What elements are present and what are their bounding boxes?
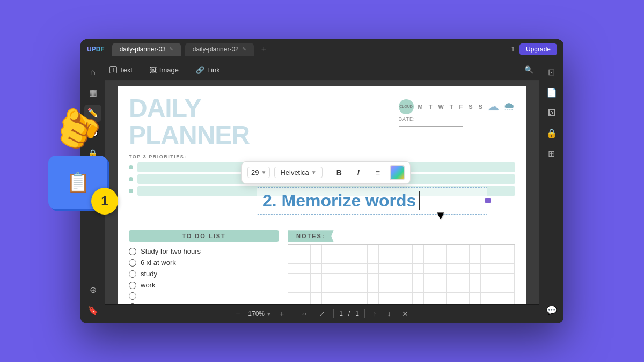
tab-label-2: daily-planner-02 — [193, 46, 239, 53]
notes-cell — [413, 283, 424, 293]
notes-cell — [470, 264, 481, 274]
notes-cell — [345, 293, 356, 302]
notes-cell — [345, 254, 356, 264]
canvas-wrapper[interactable]: 29 ▼ Helvetica ▼ B I ≡ — [105, 81, 539, 304]
todo-checkbox-6[interactable] — [129, 303, 136, 304]
notes-cell — [481, 293, 492, 302]
todo-item-2: 6 xi at work — [129, 258, 279, 267]
notes-cell — [288, 254, 299, 264]
notes-cell — [481, 274, 492, 283]
font-family-select[interactable]: Helvetica ▼ — [274, 167, 322, 178]
font-size-select[interactable]: 29 ▼ — [247, 167, 270, 178]
notes-cell — [435, 274, 447, 283]
notes-cell — [447, 264, 458, 274]
notebook-icon: 📋 — [66, 171, 90, 194]
italic-button[interactable]: I — [351, 165, 366, 180]
sidebar-home-icon[interactable]: ⌂ — [84, 64, 101, 81]
day-S: S — [469, 104, 473, 110]
notes-cell — [356, 283, 368, 293]
toolbar-text-tool[interactable]: T Text — [105, 64, 137, 76]
notes-cell — [390, 274, 401, 283]
notes-cell — [424, 264, 435, 274]
tab-edit-icon-1: ✎ — [169, 46, 173, 52]
notes-cell — [311, 254, 322, 264]
notes-cell — [333, 264, 345, 274]
toolbar-link-tool[interactable]: 🔗 Link — [192, 64, 224, 76]
todo-checkbox-4[interactable] — [129, 282, 136, 289]
tab-daily-planner-02[interactable]: daily-planner-02 ✎ — [185, 43, 254, 56]
close-bar-button[interactable]: ✕ — [399, 308, 411, 319]
right-panel-doc-icon[interactable]: 📄 — [543, 84, 560, 101]
notes-cell — [413, 293, 424, 302]
notes-cell — [356, 264, 368, 274]
notes-cell — [299, 293, 311, 302]
notes-cell — [333, 302, 345, 304]
notes-cell — [311, 245, 322, 254]
color-picker-button[interactable] — [390, 165, 405, 180]
todo-checkbox-2[interactable] — [129, 259, 136, 267]
zoom-in-button[interactable]: + — [277, 308, 287, 319]
sidebar-bookmark-icon[interactable]: 🔖 — [84, 302, 101, 319]
editor-area: T Text 🖼 Image 🔗 Link 🔍 — [105, 60, 539, 323]
cloud-mood-area: CLOUD M T W T F S S — [399, 99, 515, 114]
day-T: T — [429, 104, 433, 110]
planner-header: DAILY PLANNER CLOUD M T — [118, 86, 526, 149]
priority-dot-1 — [129, 165, 133, 169]
priority-dot-2 — [129, 177, 133, 181]
cloud-icon-1: ☁ — [487, 100, 499, 114]
notes-cell — [447, 245, 458, 254]
notes-cell — [390, 264, 401, 274]
align-button[interactable]: ≡ — [370, 165, 385, 180]
main-content: ⌂ ▦ ✏️ 💬 🔒 ↑ ✉ ⊕ 🔖 T Text 🖼 Image — [80, 60, 564, 323]
todo-item-4: work — [129, 281, 279, 289]
add-tab-button[interactable]: + — [258, 45, 269, 54]
zoom-out-button[interactable]: − — [233, 308, 243, 319]
todo-checkbox-5[interactable] — [129, 292, 136, 300]
prev-page-button[interactable]: ↑ — [370, 308, 379, 319]
resize-handle[interactable] — [485, 198, 491, 203]
fit-width-button[interactable]: ↔ — [298, 308, 311, 319]
toolbar-image-tool[interactable]: 🖼 Image — [145, 64, 183, 76]
fit-page-button[interactable]: ⤢ — [316, 308, 328, 319]
right-panel-image-icon[interactable]: 🖼 — [543, 105, 560, 122]
next-page-button[interactable]: ↓ — [385, 308, 394, 319]
notes-cell — [492, 274, 503, 283]
notes-cell — [413, 254, 424, 264]
search-icon: 🔍 — [524, 65, 539, 74]
search-icon-area[interactable]: 🔍 — [524, 65, 539, 75]
tab-daily-planner-03[interactable]: daily-planner-03 ✎ — [112, 43, 181, 56]
notes-cell — [311, 283, 322, 293]
bold-button[interactable]: B — [332, 165, 347, 180]
planner-title-line2: PLANNER — [129, 122, 250, 149]
todo-text-4: work — [141, 281, 155, 289]
notes-cell — [356, 293, 368, 302]
right-panel-lock2-icon[interactable]: 🔒 — [543, 125, 560, 142]
notes-cell — [458, 283, 470, 293]
notes-cell — [311, 274, 322, 283]
notes-cell — [288, 302, 299, 304]
notes-cell — [379, 302, 390, 304]
notes-cell — [492, 245, 503, 254]
right-panel-grid-icon[interactable]: ⊞ — [543, 145, 560, 162]
notes-cell — [333, 245, 345, 254]
notes-cell — [503, 293, 515, 302]
notes-cell — [424, 274, 435, 283]
memorize-text-box[interactable]: 2. Memorize words — [257, 187, 487, 215]
edit-toolbar: T Text 🖼 Image 🔗 Link 🔍 — [105, 60, 539, 81]
todo-checkbox-1[interactable] — [129, 248, 136, 255]
right-panel-scan-icon[interactable]: ⊡ — [543, 64, 560, 81]
notes-cell — [379, 264, 390, 274]
planner-title-line1: DAILY — [129, 95, 250, 122]
right-panel-chat-icon[interactable]: 💬 — [543, 302, 560, 319]
notes-cell — [435, 264, 447, 274]
page-current: 1 — [339, 310, 343, 317]
notes-cell — [288, 245, 299, 254]
notes-cell — [435, 283, 447, 293]
todo-checkbox-3[interactable] — [129, 270, 136, 278]
notes-cell — [470, 254, 481, 264]
sidebar-layers-icon[interactable]: ⊕ — [84, 282, 101, 299]
todo-text-3: study — [141, 270, 157, 278]
notes-cell — [401, 254, 413, 264]
notes-cell — [458, 264, 470, 274]
upgrade-button[interactable]: Upgrade — [519, 43, 557, 55]
